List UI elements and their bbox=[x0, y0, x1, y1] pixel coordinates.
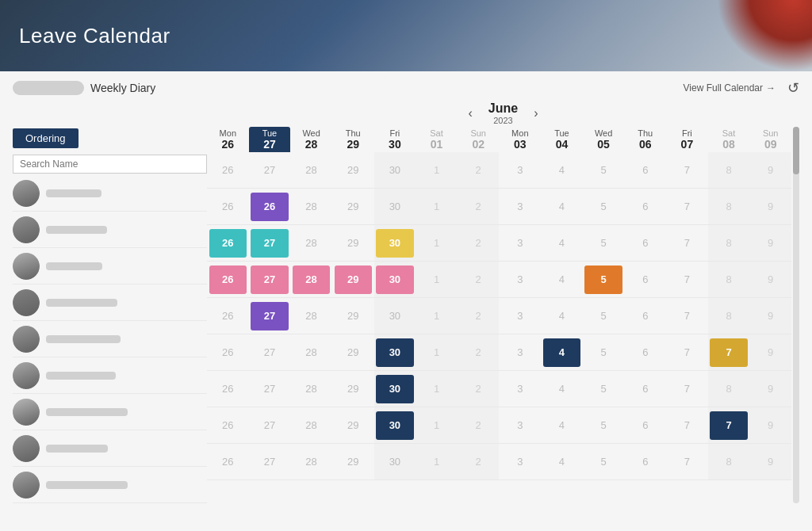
calendar-cell: 1 bbox=[416, 152, 458, 188]
calendar-cell: 7 bbox=[666, 225, 708, 261]
ordering-button[interactable]: Ordering bbox=[13, 128, 79, 148]
calendar-cell: 2 bbox=[458, 298, 500, 334]
calendar-cell: 29 bbox=[332, 371, 374, 407]
calendar-cell: 6 bbox=[624, 334, 666, 370]
leave-block: 27 bbox=[251, 266, 288, 294]
day-header-1: Tue27 bbox=[249, 127, 291, 152]
header: Leave Calendar bbox=[0, 0, 812, 71]
day-header-13: Sun09 bbox=[749, 127, 791, 152]
avatar bbox=[13, 180, 40, 207]
calendar-cell: 30 bbox=[374, 298, 416, 334]
calendar-cell: 2 bbox=[458, 444, 500, 479]
leave-block: 27 bbox=[251, 302, 288, 330]
calendar-cell: 1 bbox=[416, 298, 458, 334]
employee-row bbox=[13, 285, 207, 321]
calendar-cell: 27 bbox=[249, 444, 291, 479]
calendar-cell: 1 bbox=[416, 189, 458, 224]
calendar-cell: 8 bbox=[708, 444, 750, 479]
calendar-cell: 1 bbox=[416, 225, 458, 261]
emp-name bbox=[46, 408, 128, 416]
employee-row bbox=[13, 467, 207, 503]
emp-name bbox=[46, 262, 102, 270]
calendar-cell: 6 bbox=[624, 189, 666, 224]
calendar-cell: 27 bbox=[249, 152, 291, 188]
day-header-0: Mon26 bbox=[207, 127, 249, 152]
calendar-cell: 2 bbox=[458, 407, 500, 443]
leave-block: 30 bbox=[376, 229, 413, 258]
avatar bbox=[13, 289, 40, 316]
emp-name bbox=[46, 299, 117, 307]
scrollbar[interactable] bbox=[793, 127, 799, 503]
calendar-cell: 4 bbox=[541, 152, 583, 188]
calendar-cell: 8 bbox=[708, 298, 750, 334]
calendar-cell: 6 bbox=[624, 225, 666, 261]
leave-block: 29 bbox=[335, 266, 372, 294]
day-header-3: Thu29 bbox=[332, 127, 374, 152]
calendar-cell: 30 bbox=[374, 262, 416, 297]
next-month-button[interactable]: › bbox=[518, 107, 553, 120]
calendar-cell: 29 bbox=[332, 225, 374, 261]
calendar-cell: 30 bbox=[374, 407, 416, 443]
calendar-cell: 29 bbox=[332, 444, 374, 479]
avatar bbox=[13, 326, 40, 353]
calendar-cell: 9 bbox=[749, 407, 791, 443]
calendar-cell: 26 bbox=[207, 262, 249, 297]
calendar-cell: 27 bbox=[249, 407, 291, 443]
calendar-cell: 9 bbox=[749, 262, 791, 297]
calendar-cell: 6 bbox=[624, 298, 666, 334]
day-header-7: Mon03 bbox=[499, 127, 541, 152]
calendar-cell: 29 bbox=[332, 334, 374, 370]
calendar-cell: 9 bbox=[749, 152, 791, 188]
leave-block: 30 bbox=[376, 375, 413, 403]
calendar-cell: 7 bbox=[666, 444, 708, 479]
day-header-11: Fri07 bbox=[666, 127, 708, 152]
calendar-cell: 26 bbox=[207, 334, 249, 370]
leave-block: 26 bbox=[251, 193, 288, 221]
day-header-4: Fri30 bbox=[374, 127, 416, 152]
calendar-cell: 7 bbox=[666, 152, 708, 188]
calendar-cell: 28 bbox=[290, 298, 332, 334]
calendar-cell: 5 bbox=[583, 152, 625, 188]
view-full-calendar-link[interactable]: View Full Calendar → bbox=[684, 82, 776, 94]
prev-month-button[interactable]: ‹ bbox=[453, 107, 488, 120]
calendar-cell: 2 bbox=[458, 371, 500, 407]
leave-block: 26 bbox=[209, 229, 247, 258]
calendar-cell: 27 bbox=[249, 262, 291, 297]
calendar-cell: 9 bbox=[749, 189, 791, 224]
employee-row bbox=[13, 212, 207, 248]
calendar-cell: 4 bbox=[541, 189, 583, 224]
calendar-cell: 7 bbox=[666, 298, 708, 334]
table-row: 2627282930123456789 bbox=[207, 371, 791, 407]
refresh-icon[interactable]: ↺ bbox=[787, 79, 799, 97]
calendar-cell: 26 bbox=[207, 152, 249, 188]
calendar-cell: 27 bbox=[249, 371, 291, 407]
calendar-cell: 29 bbox=[332, 152, 374, 188]
calendar-cell: 6 bbox=[624, 407, 666, 443]
calendar-cell: 1 bbox=[416, 262, 458, 297]
weekly-diary-label: Weekly Diary bbox=[90, 82, 155, 94]
calendar-cell: 4 bbox=[541, 262, 583, 297]
emp-name bbox=[46, 372, 116, 380]
calendar-cell: 27 bbox=[249, 225, 291, 261]
calendar-cell: 28 bbox=[290, 262, 332, 297]
calendar-cell: 6 bbox=[624, 371, 666, 407]
calendar-cell: 5 bbox=[583, 444, 625, 479]
calendar-cell: 29 bbox=[332, 189, 374, 224]
table-row: 2627282930123456789 bbox=[207, 298, 791, 334]
calendar-cell: 2 bbox=[458, 152, 500, 188]
calendar-cell: 5 bbox=[583, 225, 625, 261]
day-header-12: Sat08 bbox=[708, 127, 750, 152]
calendar-cell: 5 bbox=[583, 189, 625, 224]
leave-block: 28 bbox=[293, 266, 330, 294]
calendar-cell: 26 bbox=[207, 444, 249, 479]
search-input[interactable] bbox=[13, 155, 207, 174]
leave-block: 27 bbox=[251, 229, 288, 258]
calendar-cell: 7 bbox=[666, 334, 708, 370]
calendar-cell: 6 bbox=[624, 444, 666, 479]
calendar-cell: 26 bbox=[207, 189, 249, 224]
calendar-cell: 30 bbox=[374, 334, 416, 370]
calendar-cell: 4 bbox=[541, 225, 583, 261]
calendar-cell: 1 bbox=[416, 407, 458, 443]
calendar-cell: 9 bbox=[749, 371, 791, 407]
calendar-cell: 7 bbox=[708, 334, 750, 370]
